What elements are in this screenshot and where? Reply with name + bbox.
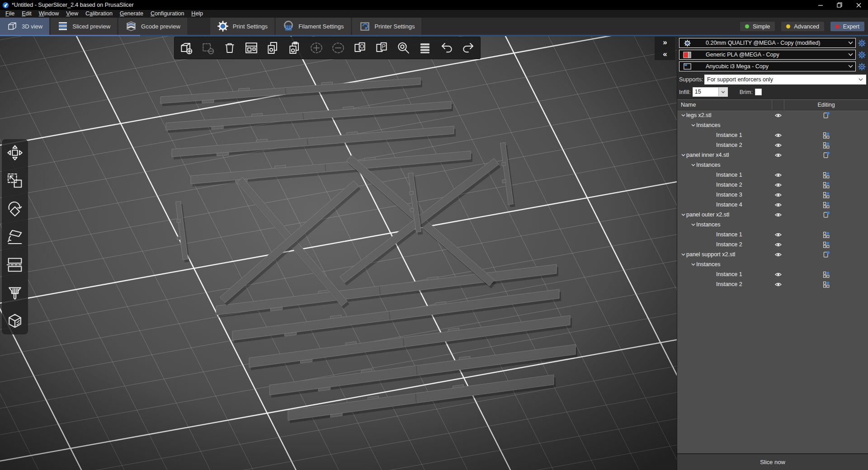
tab-print-settings[interactable]: Print Settings [210,18,274,35]
editing-icon[interactable] [784,191,868,199]
list-item-instance-3[interactable]: Instance 3 [677,190,868,200]
eye-icon[interactable] [772,192,784,198]
chevron-down-icon[interactable] [680,114,686,117]
paste-button[interactable] [285,38,305,58]
editing-icon[interactable] [784,151,868,159]
chevron-down-icon[interactable] [690,263,696,266]
undo-button[interactable] [437,38,457,58]
editing-icon[interactable] [784,201,868,209]
brim-checkbox[interactable] [755,89,762,95]
mode-advanced-button[interactable]: Advanced [781,22,824,31]
arrange-button[interactable] [241,38,261,58]
expand-sidebar-button[interactable]: » [655,37,675,48]
cut-gizmo-button[interactable] [5,254,25,276]
list-item-instance-2[interactable]: Instance 2 [677,279,868,289]
editing-icon[interactable] [784,271,868,278]
list-item-legs-x2-stl[interactable]: legs x2.stl [677,110,868,120]
eye-icon[interactable] [772,282,784,287]
eye-icon[interactable] [772,142,784,148]
print-settings-gear-button[interactable] [857,39,867,47]
tab-gcode-preview[interactable]: Gcode preview [118,18,187,35]
list-item-instances[interactable]: Instances [677,259,868,269]
close-button[interactable] [849,0,868,10]
list-item-panel-inner-x4-stl[interactable]: panel inner x4.stl [677,150,868,160]
infill-combo[interactable]: 15 [693,87,728,97]
list-item-instance-1[interactable]: Instance 1 [677,269,868,279]
eye-icon[interactable] [772,232,784,238]
editing-icon[interactable] [784,181,868,189]
variable-layer-height-button[interactable] [415,38,435,58]
tab-sliced-preview[interactable]: Sliced preview [51,18,117,35]
supports-combo[interactable]: For support enforcers only [704,75,866,85]
collapse-sidebar-button[interactable]: « [655,48,675,60]
eye-icon[interactable] [772,152,784,158]
split-to-parts-button[interactable]: P [372,38,392,58]
list-item-instance-2[interactable]: Instance 2 [677,140,868,150]
eye-icon[interactable] [772,202,784,208]
menu-view[interactable]: View [62,10,82,18]
chevron-down-icon[interactable] [690,124,696,127]
place-on-face-gizmo-button[interactable] [5,226,25,248]
eye-icon[interactable] [772,113,784,118]
menu-file[interactable]: File [2,10,18,18]
search-button[interactable] [393,38,413,58]
tab-3d-view[interactable]: 3D view [0,18,49,35]
editing-icon[interactable] [784,231,868,239]
editing-icon[interactable] [784,141,868,149]
eye-icon[interactable] [772,242,784,248]
eye-icon[interactable] [772,272,784,277]
list-item-instance-1[interactable]: Instance 1 [677,230,868,240]
editing-icon[interactable] [784,132,868,139]
eye-icon[interactable] [772,212,784,218]
eye-icon[interactable] [772,182,784,188]
rotate-gizmo-button[interactable] [5,198,25,220]
split-to-objects-button[interactable]: O [350,38,370,58]
list-item-panel-support-x2-stl[interactable]: panel support x2.stl [677,249,868,259]
mode-simple-button[interactable]: Simple [740,22,775,31]
filament-settings-gear-button[interactable] [857,51,867,59]
menu-calibration[interactable]: Calibration [82,10,116,18]
bed-scene[interactable] [0,36,677,470]
editing-icon[interactable] [784,111,868,119]
list-item-instances[interactable]: Instances [677,160,868,170]
list-item-instance-2[interactable]: Instance 2 [677,180,868,190]
menu-window[interactable]: Window [35,10,62,18]
tab-filament-settings[interactable]: Filament Settings [276,18,350,35]
minimize-button[interactable] [811,0,830,10]
eye-icon[interactable] [772,252,784,258]
chevron-down-icon[interactable] [680,253,686,256]
menu-configuration[interactable]: Configuration [147,10,188,18]
list-item-instances[interactable]: Instances [677,220,868,230]
editing-icon[interactable] [784,250,868,258]
eye-icon[interactable] [772,172,784,178]
filament-preset-combo[interactable]: Generic PLA @MEGA - Copy [679,50,856,60]
list-item-instance-1[interactable]: Instance 1 [677,130,868,140]
scale-gizmo-button[interactable] [5,170,25,192]
editing-icon[interactable] [784,281,868,288]
paint-supports-gizmo-button[interactable] [5,282,25,304]
seam-gizmo-button[interactable] [5,310,25,332]
viewport-3d[interactable]: OP »« [0,36,677,470]
menu-help[interactable]: Help [188,10,207,18]
chevron-down-icon[interactable] [690,223,696,226]
list-item-panel-outer-x2-stl[interactable]: panel outer x2.stl [677,210,868,220]
list-item-instances[interactable]: Instances [677,120,868,130]
chevron-down-icon[interactable] [680,154,686,157]
add-model-button[interactable] [176,38,196,58]
printer-preset-combo[interactable]: Anycubic i3 Mega - Copy [679,61,856,71]
restore-button[interactable] [830,0,849,10]
chevron-down-icon[interactable] [680,213,686,216]
slice-now-button[interactable]: Slice now [677,454,868,470]
list-item-instance-4[interactable]: Instance 4 [677,200,868,210]
copy-button[interactable] [263,38,283,58]
menu-generate[interactable]: Generate [116,10,147,18]
list-item-instance-1[interactable]: Instance 1 [677,170,868,180]
move-gizmo-button[interactable] [5,142,25,164]
list-item-instance-2[interactable]: Instance 2 [677,240,868,249]
editing-icon[interactable] [784,171,868,179]
chevron-down-icon[interactable] [690,164,696,167]
mode-expert-button[interactable]: Expert [830,22,864,31]
tab-printer-settings[interactable]: Printer Settings [352,18,422,35]
menu-edit[interactable]: Edit [18,10,35,18]
delete-all-button[interactable] [220,38,240,58]
